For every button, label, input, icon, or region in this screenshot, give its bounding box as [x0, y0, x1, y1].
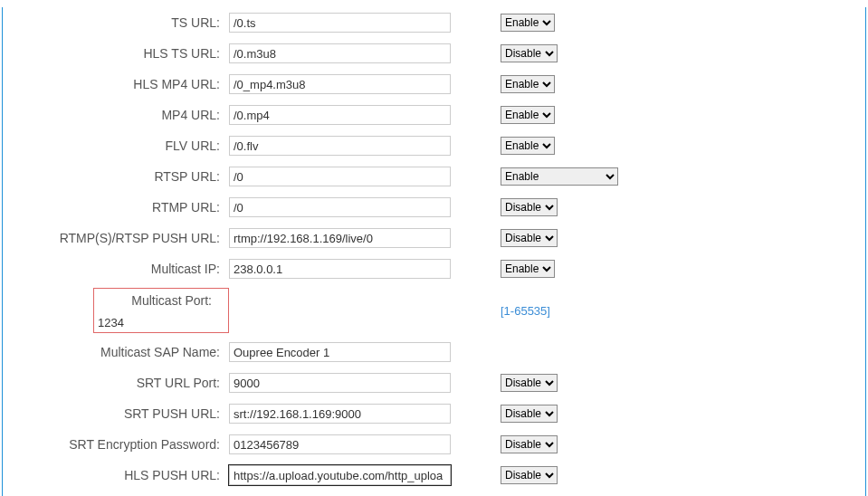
label-multicast-port: Multicast Port:: [94, 289, 221, 312]
select-mp4-url[interactable]: Enable: [501, 106, 555, 124]
label-rtsp-url: RTSP URL:: [3, 161, 229, 192]
select-hls-mp4-url[interactable]: Enable: [501, 75, 555, 93]
input-rtsp-url[interactable]: [229, 167, 451, 186]
input-mp4-url[interactable]: [229, 105, 451, 125]
select-flv-url[interactable]: Enable: [501, 137, 555, 155]
select-multicast-ip[interactable]: Enable: [501, 260, 555, 278]
input-rtmp-url[interactable]: [229, 197, 451, 217]
multicast-port-highlight: Multicast Port:: [93, 288, 229, 333]
select-srt-url-port[interactable]: Disable: [501, 374, 558, 392]
input-srt-url-port[interactable]: [229, 373, 451, 393]
input-multicast-port[interactable]: [94, 312, 228, 332]
hint-multicast-port: [1-65535]: [482, 284, 627, 337]
input-hls-mp4-url[interactable]: [229, 74, 451, 94]
label-multicast-ip: Multicast IP:: [3, 253, 229, 284]
select-srt-push-url[interactable]: Disable: [501, 405, 558, 423]
input-hls-push-url[interactable]: [229, 465, 451, 485]
label-srt-enc-pwd: SRT Encryption Password:: [3, 429, 229, 460]
label-hls-mp4-url: HLS MP4 URL:: [3, 69, 229, 100]
label-mp4-url: MP4 URL:: [3, 100, 229, 130]
label-flv-url: FLV URL:: [3, 130, 229, 161]
input-hls-ts-url[interactable]: [229, 43, 451, 63]
select-rtmp-push-url[interactable]: Disable: [501, 229, 558, 247]
select-rtsp-url[interactable]: Enable: [501, 167, 618, 186]
select-hls-push-url[interactable]: Disable: [501, 466, 558, 484]
label-ts-url: TS URL:: [3, 7, 229, 38]
input-multicast-sap[interactable]: [229, 342, 451, 362]
select-rtmp-url[interactable]: Disable: [501, 198, 558, 216]
input-srt-enc-pwd[interactable]: [229, 434, 451, 454]
input-multicast-ip[interactable]: [229, 259, 451, 279]
input-rtmp-push-url[interactable]: [229, 228, 451, 248]
input-srt-push-url[interactable]: [229, 404, 451, 424]
label-multicast-sap: Multicast SAP Name:: [3, 337, 229, 367]
select-srt-enc-pwd[interactable]: Disable: [501, 435, 558, 453]
label-srt-push-url: SRT PUSH URL:: [3, 398, 229, 429]
settings-panel: TS URL: Enable HLS TS URL: Disable HLS M…: [2, 7, 866, 496]
label-hls-push-url: HLS PUSH URL:: [3, 460, 229, 491]
label-rtmp-push-url: RTMP(S)/RTSP PUSH URL:: [3, 223, 229, 253]
label-srt-url-port: SRT URL Port:: [3, 367, 229, 398]
form-table: TS URL: Enable HLS TS URL: Disable HLS M…: [3, 7, 627, 491]
select-hls-ts-url[interactable]: Disable: [501, 44, 558, 62]
select-ts-url[interactable]: Enable: [501, 14, 555, 32]
input-ts-url[interactable]: [229, 13, 451, 33]
input-flv-url[interactable]: [229, 136, 451, 156]
label-hls-ts-url: HLS TS URL:: [3, 38, 229, 69]
label-rtmp-url: RTMP URL:: [3, 192, 229, 223]
